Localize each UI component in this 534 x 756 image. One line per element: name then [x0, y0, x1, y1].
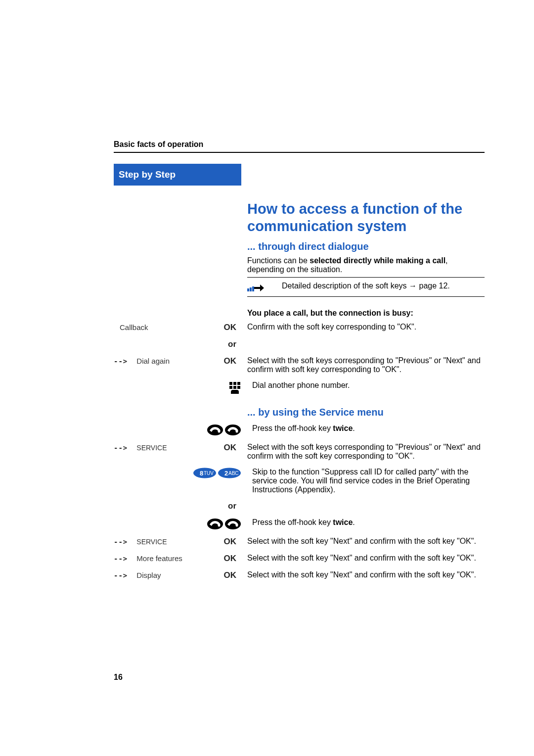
running-header: Basic facts of operation — [114, 140, 485, 149]
svg-point-11 — [218, 430, 221, 432]
keypad-icon — [228, 381, 241, 394]
header-rule — [114, 152, 485, 153]
svg-rect-9 — [237, 386, 240, 389]
svg-text:TUV: TUV — [204, 471, 214, 476]
step-left — [114, 518, 246, 530]
step-or: or — [114, 339, 241, 349]
offhook-icon — [224, 518, 241, 530]
arrow-icon: --> — [114, 555, 128, 563]
step-text: Skip to the function "Suppress call ID f… — [246, 468, 485, 494]
step-text: Select with the soft keys corresponding … — [241, 443, 485, 461]
svg-marker-3 — [254, 284, 264, 291]
note-icon — [247, 282, 264, 292]
svg-point-23 — [236, 524, 238, 526]
step-text: Dial another phone number. — [246, 381, 485, 390]
arrow-icon: --> — [114, 357, 128, 365]
step-text: Select with the soft key "Next" and conf… — [241, 570, 485, 579]
section1-intro: Functions can be selected directly while… — [247, 256, 485, 274]
step-by-step-banner: Step by Step — [114, 164, 241, 186]
page-number: 16 — [114, 673, 123, 682]
svg-point-21 — [218, 524, 221, 526]
ok-label: OK — [224, 554, 237, 564]
step-text: Press the off-hook key twice. — [246, 518, 485, 527]
svg-rect-6 — [237, 382, 240, 385]
ok-label: OK — [224, 443, 237, 453]
svg-rect-8 — [233, 386, 236, 389]
ok-label: OK — [224, 537, 237, 547]
section2-title: ... by using the Service menu — [247, 407, 485, 418]
step-or: or — [114, 501, 241, 511]
ok-label: OK — [224, 323, 237, 332]
main-heading: How to access a function of the communic… — [247, 200, 485, 235]
svg-rect-4 — [229, 382, 232, 385]
svg-point-12 — [225, 425, 241, 435]
step-left — [114, 424, 246, 436]
step-left: --> SERVICE OK — [114, 443, 241, 453]
ok-label: OK — [224, 356, 237, 366]
note-box: Detailed description of the soft keys → … — [247, 277, 485, 297]
step-text: Select with the soft key "Next" and conf… — [241, 554, 485, 563]
arrow-icon: --> — [114, 538, 128, 546]
svg-point-22 — [225, 519, 241, 529]
step-text: Confirm with the soft key corresponding … — [241, 323, 485, 331]
step-left: Callback OK — [114, 323, 241, 332]
step-left: --> SERVICE OK — [114, 537, 241, 547]
step-left: --> Dial again OK — [114, 356, 241, 366]
phone-key-8-icon: 8TUV — [193, 468, 217, 478]
step-left — [114, 381, 246, 394]
section1-subhead: You place a call, but the connection is … — [247, 309, 485, 318]
step-left: --> Display OK — [114, 570, 241, 580]
svg-rect-2 — [252, 286, 254, 291]
phone-key-2-icon: 2ABC — [218, 468, 241, 478]
svg-text:8: 8 — [200, 470, 203, 477]
step-left: --> More features OK — [114, 554, 241, 564]
offhook-icon — [207, 518, 223, 530]
ok-label: OK — [224, 570, 237, 580]
svg-text:ABC: ABC — [228, 471, 239, 476]
svg-text:2: 2 — [224, 470, 228, 477]
svg-point-13 — [236, 430, 238, 432]
svg-point-20 — [207, 519, 223, 529]
svg-point-10 — [207, 425, 223, 435]
offhook-icon — [224, 424, 241, 436]
svg-rect-0 — [247, 288, 249, 291]
offhook-icon — [207, 424, 223, 436]
arrow-icon: --> — [114, 571, 128, 579]
step-left: 8TUV 2ABC — [114, 468, 246, 478]
arrow-icon: --> — [114, 444, 128, 452]
step-text: Select with the soft keys corresponding … — [241, 356, 485, 374]
svg-rect-7 — [229, 386, 232, 389]
step-text: Press the off-hook key twice. — [246, 424, 485, 433]
section1-title: ... through direct dialogue — [247, 241, 485, 252]
svg-rect-5 — [233, 382, 236, 385]
svg-rect-1 — [250, 287, 252, 291]
step-text: Select with the soft key "Next" and conf… — [241, 537, 485, 546]
